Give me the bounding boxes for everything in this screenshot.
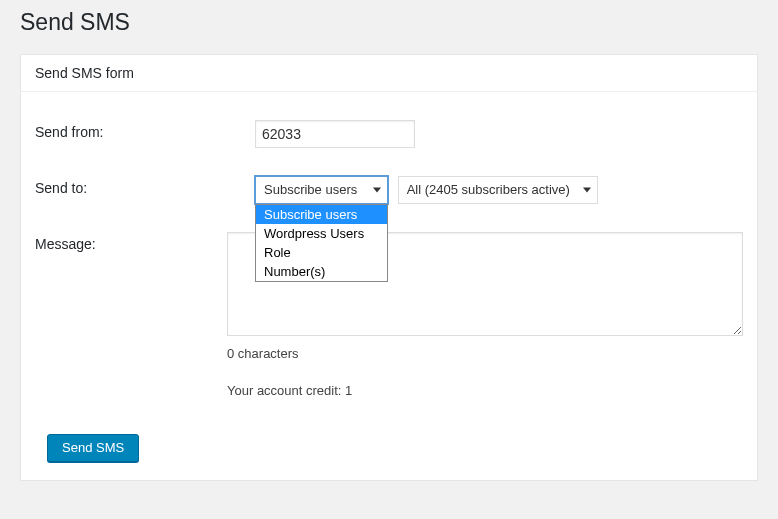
dropdown-option-wordpress-users[interactable]: Wordpress Users: [256, 224, 387, 243]
send-to-select-value: Subscribe users: [264, 182, 357, 197]
chevron-down-icon: [583, 187, 591, 192]
dropdown-option-role[interactable]: Role: [256, 243, 387, 262]
dropdown-option-numbers[interactable]: Number(s): [256, 262, 387, 281]
send-to-secondary-select[interactable]: All (2405 subscribers active): [398, 176, 598, 204]
send-to-row: Send to: Subscribe users Subscribe users…: [35, 176, 743, 204]
message-row: Message: 0 characters Your account credi…: [35, 232, 743, 398]
account-credit: Your account credit: 1: [227, 383, 743, 398]
send-from-label: Send from:: [35, 120, 255, 140]
send-sms-panel: Send SMS form Send from: Send to: Subscr…: [20, 54, 758, 481]
send-to-dropdown: Subscribe users Wordpress Users Role Num…: [255, 204, 388, 282]
send-from-input[interactable]: [255, 120, 415, 148]
message-label: Message:: [35, 232, 227, 252]
send-to-secondary-value: All (2405 subscribers active): [407, 182, 570, 197]
character-count: 0 characters: [227, 346, 743, 361]
send-to-label: Send to:: [35, 176, 255, 196]
dropdown-option-subscribe-users[interactable]: Subscribe users: [256, 205, 387, 224]
page-title: Send SMS: [0, 0, 778, 54]
send-to-select[interactable]: Subscribe users: [255, 176, 388, 204]
chevron-down-icon: [373, 187, 381, 192]
panel-body: Send from: Send to: Subscribe users Subs…: [21, 92, 757, 480]
submit-row: Send SMS: [47, 434, 743, 462]
panel-header: Send SMS form: [21, 55, 757, 92]
send-from-row: Send from:: [35, 120, 743, 148]
send-sms-button[interactable]: Send SMS: [47, 434, 139, 462]
